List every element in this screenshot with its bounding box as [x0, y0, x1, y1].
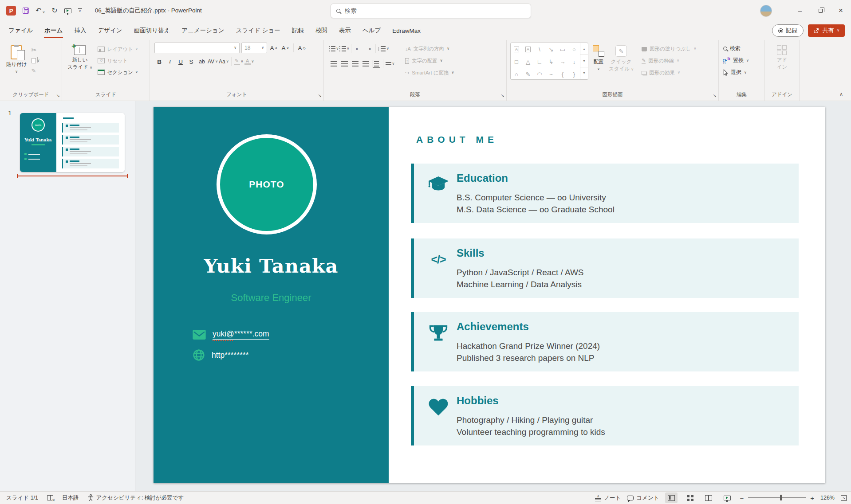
card-education[interactable]: Education B.S. Computer Science — oo Uni… — [411, 164, 799, 223]
grow-font-button[interactable]: A∧ — [269, 43, 279, 53]
increase-indent-button[interactable]: ⇥ — [363, 43, 374, 54]
shape-cell[interactable]: ◠ — [537, 71, 542, 77]
new-slide-button[interactable]: 新しいスライド ∨ — [67, 43, 92, 90]
slide-thumbnail[interactable]: PHOTO Yuki Tanaka — [20, 113, 125, 172]
italic-button[interactable]: I — [165, 56, 175, 67]
zoom-level[interactable]: 126% — [820, 495, 835, 501]
font-size-select[interactable]: 18∨ — [241, 43, 267, 53]
paste-button[interactable]: 貼り付け ∨ — [6, 43, 27, 90]
close-button[interactable]: × — [831, 0, 851, 21]
find-button[interactable]: 検索 — [723, 43, 762, 55]
contact-email[interactable]: yuki@******.com — [193, 329, 269, 340]
strikethrough-button[interactable]: ab — [197, 56, 207, 67]
contact-website[interactable]: http******** — [193, 349, 249, 361]
shape-cell[interactable]: □ — [515, 59, 518, 65]
shape-fill-button[interactable]: 図形の塗りつぶし∨ — [642, 43, 696, 54]
spellcheck-icon[interactable] — [47, 495, 53, 500]
cut-icon[interactable]: ✂ — [32, 46, 40, 54]
tab-file[interactable]: ファイル — [3, 22, 39, 39]
shape-cell[interactable]: △ — [526, 59, 530, 65]
addins-button[interactable]: アドイン — [777, 43, 788, 90]
tab-view[interactable]: 表示 — [333, 22, 357, 39]
font-color-button[interactable]: A∨ — [244, 56, 254, 67]
tab-slideshow[interactable]: スライド ショー — [230, 22, 286, 39]
numbering-button[interactable]: ∨ — [339, 43, 350, 54]
gallery-up-button[interactable]: ▲ — [580, 43, 588, 55]
slide-canvas[interactable]: PHOTO Yuki Tanaka Software Engineer yuki… — [135, 101, 851, 491]
gallery-more-button[interactable]: ▼ — [580, 67, 588, 79]
tab-record[interactable]: 記録 — [286, 22, 310, 39]
tab-edrawmax[interactable]: EdrawMax — [386, 23, 426, 39]
select-button[interactable]: 選択∨ — [723, 66, 762, 78]
gallery-down-button[interactable]: ▼ — [580, 55, 588, 67]
shape-cell[interactable]: ▭ — [560, 47, 565, 52]
powerpoint-logo-icon[interactable]: P — [6, 6, 16, 16]
save-icon[interactable] — [23, 8, 29, 14]
shrink-font-button[interactable]: A∨ — [280, 43, 290, 53]
fit-slide-button[interactable]: ↘ — [841, 495, 847, 501]
font-name-select[interactable]: ∨ — [154, 43, 240, 53]
align-center-button[interactable] — [339, 59, 350, 69]
quick-styles-button[interactable]: ✎ クイックスタイル ∨ — [609, 43, 634, 90]
view-normal-button[interactable] — [665, 492, 678, 503]
view-reading-button[interactable] — [702, 492, 715, 503]
profile-name[interactable]: Yuki Tanaka — [154, 255, 389, 277]
slide-editing-area[interactable]: PHOTO Yuki Tanaka Software Engineer yuki… — [154, 107, 825, 483]
shape-cell[interactable]: → — [560, 59, 566, 65]
replace-button[interactable]: bc置換∨ — [723, 55, 762, 66]
copy-button[interactable]: ∨ — [32, 58, 40, 63]
profile-role[interactable]: Software Engineer — [154, 292, 389, 304]
tab-transitions[interactable]: 画面切り替え — [128, 22, 176, 39]
align-text-button[interactable]: ↕文字の配置∨ — [405, 55, 454, 66]
shape-cell[interactable]: \ — [539, 47, 540, 52]
justify-button[interactable] — [360, 59, 371, 69]
start-slideshow-icon[interactable] — [64, 8, 71, 13]
tab-design[interactable]: デザイン — [92, 22, 128, 39]
shape-cell[interactable]: ↓ — [573, 59, 576, 65]
view-slideshow-button[interactable] — [721, 492, 733, 503]
shape-cell[interactable]: ✎ — [526, 71, 531, 77]
slide-indicator[interactable]: スライド 1/1 — [6, 494, 38, 502]
layout-button[interactable]: レイアウト∨ — [98, 43, 138, 55]
language-indicator[interactable]: 日本語 — [62, 494, 79, 502]
about-me-heading[interactable]: ABOUT ME — [416, 134, 498, 145]
highlight-button[interactable]: ✎∨ — [234, 56, 244, 67]
zoom-out-button[interactable]: − — [740, 494, 744, 502]
redo-icon[interactable]: ↻ — [51, 7, 57, 14]
record-button[interactable]: 記録 — [772, 24, 804, 37]
user-avatar[interactable] — [760, 5, 772, 17]
tab-insert[interactable]: 挿入 — [68, 22, 92, 39]
character-spacing-button[interactable]: AV∨ — [208, 56, 218, 67]
shape-cell[interactable]: ↘ — [549, 47, 554, 52]
comments-button[interactable]: コメント — [627, 494, 659, 502]
view-sorter-button[interactable] — [684, 492, 696, 503]
tab-home[interactable]: ホーム — [39, 22, 68, 39]
notes-button[interactable]: ∧ノート — [595, 494, 621, 502]
search-box[interactable] — [331, 4, 531, 18]
reset-button[interactable]: ↺リセット — [98, 55, 138, 66]
align-left-button[interactable] — [328, 59, 339, 69]
card-achievements[interactable]: Achievements Hackathon Grand Prize Winne… — [411, 312, 799, 371]
convert-smartart-button[interactable]: ↪SmartArt に変換∨ — [405, 67, 454, 78]
underline-button[interactable]: U — [176, 56, 185, 67]
card-skills[interactable]: </> Skills Python / JavaScript / React /… — [411, 238, 799, 298]
shape-outline-button[interactable]: ✎図形の枠線∨ — [642, 55, 696, 66]
shape-effects-button[interactable]: 図形の効果∨ — [642, 67, 696, 78]
card-hobbies[interactable]: Hobbies Photography / Hiking / Playing g… — [411, 386, 799, 445]
share-button[interactable]: 共有∨ — [808, 24, 845, 37]
shape-cell[interactable]: ⌂ — [515, 71, 518, 77]
text-shadow-button[interactable]: S — [186, 56, 196, 67]
change-case-button[interactable]: Aa∨ — [219, 56, 229, 67]
zoom-in-button[interactable]: + — [810, 494, 814, 502]
arrange-button[interactable]: 配置 ∨ — [593, 43, 604, 90]
section-button[interactable]: セクション∨ — [98, 66, 138, 78]
tab-review[interactable]: 校閲 — [310, 22, 333, 39]
align-right-button[interactable] — [350, 59, 360, 69]
photo-placeholder[interactable]: PHOTO — [217, 134, 317, 234]
text-direction-button[interactable]: ↓A文字列の方向∨ — [405, 43, 454, 54]
shape-cell[interactable]: ○ — [572, 47, 576, 52]
shape-cell[interactable]: } — [573, 71, 575, 77]
slide-left-panel[interactable]: PHOTO Yuki Tanaka Software Engineer yuki… — [154, 107, 389, 483]
shape-cell[interactable]: ↳ — [549, 59, 554, 65]
accessibility-status[interactable]: アクセシビリティ: 検討が必要です — [88, 494, 184, 502]
